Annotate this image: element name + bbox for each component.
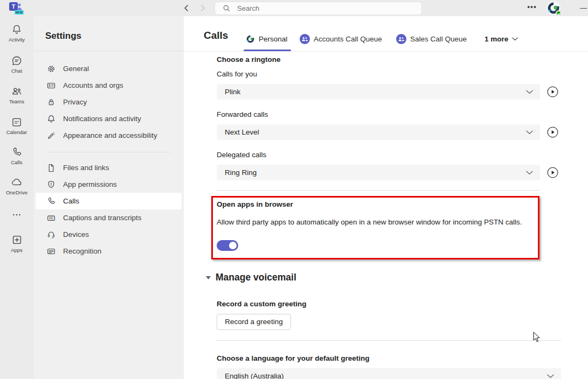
language-label: Choose a language for your default greet… xyxy=(217,354,370,362)
record-greeting-button[interactable]: Record a greeting xyxy=(217,314,291,330)
file-icon xyxy=(46,163,56,173)
bell-icon xyxy=(11,24,23,36)
teams-logo[interactable]: T NEW xyxy=(9,2,27,15)
presence-available-badge xyxy=(556,10,562,16)
chevron-down-icon xyxy=(512,37,518,41)
delegated-calls-label: Delegated calls xyxy=(217,151,266,159)
sidebar-item-files-and-links[interactable]: Files and links xyxy=(36,159,182,176)
language-dropdown[interactable]: English (Australia) xyxy=(217,368,561,379)
chevron-down-icon xyxy=(526,90,533,94)
section-divider xyxy=(217,340,561,341)
rail-item-calendar[interactable]: Calendar xyxy=(0,116,33,135)
section-divider xyxy=(217,190,540,191)
sidebar-item-devices[interactable]: Devices xyxy=(36,226,182,243)
play-ringtone-button[interactable] xyxy=(547,127,558,138)
avatar[interactable] xyxy=(547,1,561,15)
tab-strip-divider xyxy=(184,51,588,52)
collapse-caret-icon[interactable] xyxy=(206,276,211,279)
tab-sales-call-queue[interactable]: Sales Call Queue xyxy=(396,31,467,47)
headset-icon xyxy=(46,230,56,240)
search-icon xyxy=(223,4,231,12)
sidebar-item-privacy[interactable]: Privacy xyxy=(36,94,182,110)
rail-more-icon[interactable] xyxy=(0,209,33,221)
document-lines-icon xyxy=(46,247,56,256)
lock-icon xyxy=(46,97,56,107)
sidebar-divider xyxy=(33,51,184,51)
call-queue-icon xyxy=(300,34,310,44)
sidebar-item-general[interactable]: General xyxy=(36,60,182,77)
calls-for-you-dropdown[interactable]: Plink xyxy=(217,84,540,100)
back-icon[interactable] xyxy=(181,3,192,13)
open-apps-description: Allow third party apps to automatically … xyxy=(217,218,535,226)
gear-icon xyxy=(46,64,56,74)
ellipsis-icon xyxy=(11,209,23,221)
call-queue-icon xyxy=(396,34,406,44)
app-rail: Activity Chat Teams xyxy=(0,16,33,379)
forwarded-calls-label: Forwarded calls xyxy=(217,110,268,118)
minimize-button[interactable]: — xyxy=(579,2,588,15)
calendar-icon xyxy=(11,116,23,128)
shield-icon xyxy=(46,180,56,190)
toggle-knob xyxy=(229,242,237,249)
tab-more-dropdown[interactable]: 1 more xyxy=(485,31,518,47)
wand-icon xyxy=(46,131,56,141)
mouse-cursor xyxy=(533,332,541,343)
sidebar-item-accounts-and-orgs[interactable]: Accounts and orgs xyxy=(36,77,182,94)
teams-logo-person xyxy=(17,3,23,11)
personal-avatar-icon xyxy=(246,34,255,44)
delegated-calls-dropdown[interactable]: Ring Ring xyxy=(217,165,540,180)
teams-settings-window: T NEW ••• xyxy=(0,0,588,379)
search-bar[interactable] xyxy=(215,2,422,15)
active-tab-indicator xyxy=(244,50,291,51)
record-greeting-label: Record a custom greeting xyxy=(217,300,307,308)
chevron-down-icon xyxy=(547,374,554,378)
sidebar-item-calls[interactable]: Calls xyxy=(36,193,182,209)
settings-title: Settings xyxy=(45,31,81,41)
sidebar-divider xyxy=(45,152,171,152)
sidebar-item-recognition[interactable]: Recognition xyxy=(36,243,182,259)
title-bar: T NEW ••• xyxy=(0,0,588,16)
rail-item-calls[interactable]: Calls xyxy=(0,146,33,165)
open-apps-title: Open apps in browser xyxy=(217,200,293,208)
phone-icon xyxy=(11,146,23,158)
play-ringtone-button[interactable] xyxy=(547,167,558,178)
page-title: Calls xyxy=(204,30,228,41)
tab-personal[interactable]: Personal xyxy=(246,31,287,47)
chevron-down-icon xyxy=(526,171,533,175)
rail-item-teams[interactable]: Teams xyxy=(0,86,33,104)
bell-icon xyxy=(46,114,56,124)
rail-item-apps[interactable]: Apps xyxy=(0,234,33,253)
sidebar-item-captions[interactable]: CC Captions and transcripts xyxy=(36,209,182,226)
play-ringtone-button[interactable] xyxy=(547,86,558,97)
rail-item-onedrive[interactable]: OneDrive xyxy=(0,177,33,195)
search-input[interactable] xyxy=(237,4,399,12)
sidebar-item-app-permissions[interactable]: App permissions xyxy=(36,176,182,193)
voicemail-heading: Manage voicemail xyxy=(216,272,296,283)
ringtone-heading: Choose a ringtone xyxy=(217,55,281,64)
phone-icon xyxy=(46,196,56,206)
more-options-icon[interactable]: ••• xyxy=(525,1,539,15)
tab-accounts-call-queue[interactable]: Accounts Call Queue xyxy=(300,31,382,47)
apps-plus-icon xyxy=(11,234,23,246)
calls-for-you-label: Calls for you xyxy=(217,70,257,78)
sidebar-item-notifications[interactable]: Notifications and activity xyxy=(36,110,182,127)
forwarded-calls-dropdown[interactable]: Next Level xyxy=(217,124,540,140)
rail-item-chat[interactable]: Chat xyxy=(0,55,33,74)
forward-icon[interactable] xyxy=(197,3,208,13)
cloud-icon xyxy=(10,177,23,188)
chat-icon xyxy=(11,55,23,67)
svg-text:CC: CC xyxy=(49,216,53,220)
cc-icon: CC xyxy=(46,213,56,223)
teams-people-icon xyxy=(11,86,23,97)
rail-item-activity[interactable]: Activity xyxy=(0,24,33,43)
open-apps-toggle[interactable] xyxy=(217,240,238,251)
new-badge: NEW xyxy=(15,10,24,15)
sidebar-item-appearance[interactable]: Appearance and accessibility xyxy=(36,127,182,144)
chevron-down-icon xyxy=(526,130,533,135)
id-card-icon xyxy=(46,81,56,90)
